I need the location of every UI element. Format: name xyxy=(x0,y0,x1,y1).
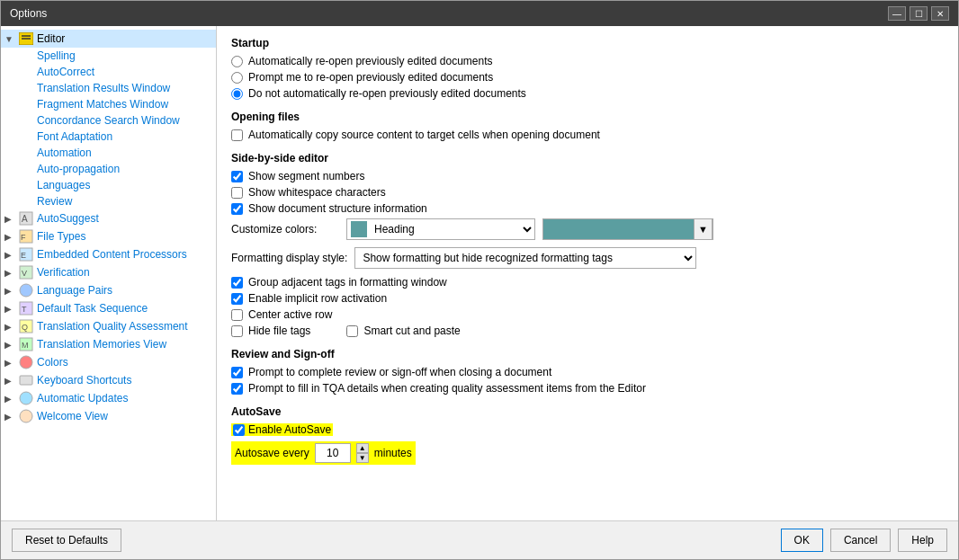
reset-to-defaults-button[interactable]: Reset to Defaults xyxy=(12,529,121,552)
startup-section-title: Startup xyxy=(231,37,944,49)
sidebar-item-automatic-updates[interactable]: ▶ Automatic Updates xyxy=(1,389,216,407)
radio-prompt-reopen[interactable]: Prompt me to re-open previously edited d… xyxy=(231,71,944,84)
checkbox-prompt-tqa[interactable]: Prompt to fill in TQA details when creat… xyxy=(231,382,944,395)
checkbox-hide-file-tags[interactable]: Hide file tags xyxy=(231,324,310,337)
window-controls: — ☐ ✕ xyxy=(888,6,949,21)
expand-icon-task: ▶ xyxy=(4,304,19,314)
checkbox-doc-structure-label: Show document structure information xyxy=(248,202,427,215)
sidebar-item-language-pairs[interactable]: ▶ Language Pairs xyxy=(1,281,216,299)
color-dropdown-button[interactable]: ▼ xyxy=(694,218,713,240)
sidebar-item-fragment-matches-window[interactable]: Fragment Matches Window xyxy=(1,96,216,112)
expand-icon-tqa: ▶ xyxy=(4,322,19,332)
sidebar-label-concordance: Concordance Search Window xyxy=(37,114,180,127)
checkbox-show-whitespace[interactable]: Show whitespace characters xyxy=(231,186,944,199)
checkbox-prompt-review-input[interactable] xyxy=(231,367,243,378)
formatting-display-label: Formatting display style: xyxy=(231,252,347,264)
checkbox-show-doc-structure[interactable]: Show document structure information xyxy=(231,202,944,215)
sidebar-item-embedded-content-processors[interactable]: ▶ E Embedded Content Processors xyxy=(1,245,216,263)
sidebar-label-verification: Verification xyxy=(37,266,90,279)
spinner-down-button[interactable]: ▼ xyxy=(356,453,369,463)
checkbox-whitespace-input[interactable] xyxy=(231,187,243,199)
sidebar-item-verification[interactable]: ▶ V Verification xyxy=(1,263,216,281)
radio-no-reopen-input[interactable] xyxy=(231,88,243,100)
checkbox-smart-cut-paste[interactable]: Smart cut and paste xyxy=(346,324,460,337)
sidebar-label-keyboard: Keyboard Shortcuts xyxy=(37,374,131,387)
sidebar-item-auto-propagation[interactable]: Auto-propagation xyxy=(1,161,216,177)
editor-icon xyxy=(19,31,33,46)
review-signoff-title: Review and Sign-off xyxy=(231,348,944,360)
color-swatch-container[interactable]: ▼ xyxy=(542,218,713,240)
task-icon: T xyxy=(19,301,33,316)
sidebar-item-font-adaptation[interactable]: Font Adaptation xyxy=(1,129,216,145)
heading-select-wrapper[interactable]: Heading xyxy=(346,218,535,240)
checkbox-auto-copy-label: Automatically copy source content to tar… xyxy=(248,129,600,141)
checkbox-auto-copy-input[interactable] xyxy=(231,129,243,141)
checkbox-prompt-tqa-label: Prompt to fill in TQA details when creat… xyxy=(248,382,646,395)
sidebar-label-tm: Translation Memories View xyxy=(37,338,166,351)
radio-auto-reopen-input[interactable] xyxy=(231,56,243,67)
checkbox-group-adjacent-tags[interactable]: Group adjacent tags in formatting window xyxy=(231,276,944,289)
autosave-interval-input[interactable] xyxy=(315,443,351,463)
checkbox-center-active-row[interactable]: Center active row xyxy=(231,308,944,321)
checkbox-group-adjacent-input[interactable] xyxy=(231,277,243,289)
sidebar-item-colors[interactable]: ▶ Colors xyxy=(1,353,216,371)
checkbox-enable-implicit-row[interactable]: Enable implicit row activation xyxy=(231,292,944,305)
checkbox-group-adjacent-label: Group adjacent tags in formatting window xyxy=(248,276,447,289)
verification-icon: V xyxy=(19,265,33,280)
formatting-display-select[interactable]: Show formatting but hide recognized form… xyxy=(354,247,696,269)
sidebar-item-automation[interactable]: Automation xyxy=(1,145,216,161)
sidebar-item-autosuggest[interactable]: ▶ A AutoSuggest xyxy=(1,209,216,227)
radio-no-reopen[interactable]: Do not automatically re-open previously … xyxy=(231,87,944,100)
checkbox-auto-copy[interactable]: Automatically copy source content to tar… xyxy=(231,129,944,141)
radio-auto-reopen[interactable]: Automatically re-open previously edited … xyxy=(231,55,944,67)
checkbox-segment-numbers-input[interactable] xyxy=(231,171,243,182)
sidebar-item-tqa[interactable]: ▶ Q Translation Quality Assessment xyxy=(1,317,216,335)
sidebar-item-concordance-search-window[interactable]: Concordance Search Window xyxy=(1,112,216,129)
maximize-button[interactable]: ☐ xyxy=(910,6,928,21)
expand-icon-tm: ▶ xyxy=(4,340,19,350)
sidebar-item-autocorrect[interactable]: AutoCorrect xyxy=(1,64,216,80)
sidebar-label-translation-results: Translation Results Window xyxy=(37,82,170,94)
sidebar-item-editor[interactable]: ▼ Editor xyxy=(1,30,216,48)
sidebar-item-languages[interactable]: Languages xyxy=(1,177,216,193)
sidebar-label-colors: Colors xyxy=(37,356,68,369)
language-pairs-icon xyxy=(19,283,33,298)
expand-icon: ▼ xyxy=(4,34,19,44)
sidebar-item-spelling[interactable]: Spelling xyxy=(1,48,216,64)
svg-text:F: F xyxy=(21,233,26,242)
radio-prompt-reopen-input[interactable] xyxy=(231,72,243,84)
spinner-up-button[interactable]: ▲ xyxy=(356,443,369,453)
help-button[interactable]: Help xyxy=(898,529,947,552)
checkbox-enable-autosave[interactable]: Enable AutoSave xyxy=(231,423,944,436)
close-button[interactable]: ✕ xyxy=(931,6,949,21)
checkbox-doc-structure-input[interactable] xyxy=(231,203,243,215)
sidebar-label-updates: Automatic Updates xyxy=(37,392,128,404)
checkbox-implicit-row-input[interactable] xyxy=(231,293,243,305)
ok-button[interactable]: OK xyxy=(781,529,823,552)
sidebar-item-keyboard-shortcuts[interactable]: ▶ Keyboard Shortcuts xyxy=(1,371,216,389)
autosuggest-icon: A xyxy=(19,211,33,226)
checkbox-prompt-tqa-input[interactable] xyxy=(231,383,243,395)
checkbox-prompt-review[interactable]: Prompt to complete review or sign-off wh… xyxy=(231,366,944,378)
sidebar: ▼ Editor Spelling AutoCorrect xyxy=(1,26,217,520)
checkbox-center-active-input[interactable] xyxy=(231,309,243,321)
checkbox-prompt-review-label: Prompt to complete review or sign-off wh… xyxy=(248,366,551,378)
autosave-interval-row: Autosave every ▲ ▼ minutes xyxy=(231,441,944,465)
sidebar-item-review[interactable]: Review xyxy=(1,193,216,209)
sidebar-label-welcome: Welcome View xyxy=(37,410,108,422)
cancel-button[interactable]: Cancel xyxy=(830,529,891,552)
heading-select[interactable]: Heading xyxy=(371,222,534,236)
checkbox-show-segment-numbers[interactable]: Show segment numbers xyxy=(231,170,944,182)
checkbox-whitespace-label: Show whitespace characters xyxy=(248,186,386,199)
sidebar-item-translation-results-window[interactable]: Translation Results Window xyxy=(1,80,216,96)
checkbox-smart-cut-input[interactable] xyxy=(346,325,358,337)
sidebar-item-default-task-sequence[interactable]: ▶ T Default Task Sequence xyxy=(1,299,216,317)
checkbox-enable-autosave-input[interactable] xyxy=(233,424,245,436)
svg-text:T: T xyxy=(22,305,27,314)
sidebar-item-welcome-view[interactable]: ▶ Welcome View xyxy=(1,407,216,425)
sidebar-item-file-types[interactable]: ▶ F File Types xyxy=(1,227,216,245)
minimize-button[interactable]: — xyxy=(888,6,906,21)
checkbox-hide-file-tags-input[interactable] xyxy=(231,325,243,337)
keyboard-icon xyxy=(19,373,33,387)
sidebar-item-tm[interactable]: ▶ M Translation Memories View xyxy=(1,335,216,353)
